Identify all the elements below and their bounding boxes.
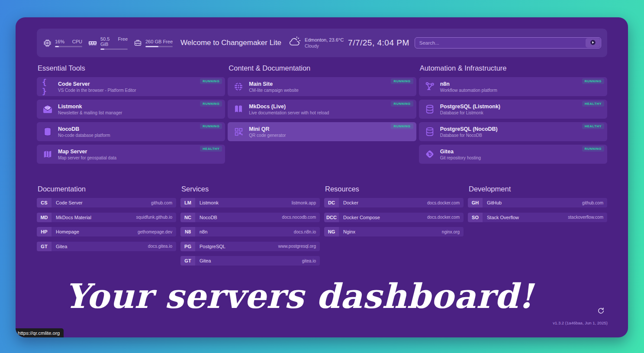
bookmark-group-title: Services [181, 185, 320, 193]
bookmark-label: Gitea [200, 258, 211, 263]
service-description: Map server for geospatial data [58, 155, 116, 160]
bookmark-label: Stack Overflow [487, 215, 519, 220]
bookmark-link[interactable]: NG Nginx nginx.org [324, 227, 464, 236]
weather-location: Edmonton, 23.6°C [305, 37, 344, 42]
bookmark-link[interactable]: DC Docker docs.docker.com [324, 198, 464, 207]
bookmark-url: docs.docker.com [427, 201, 460, 205]
database2-icon [424, 126, 435, 137]
bookmark-label: Homepage [56, 229, 79, 234]
braces-icon: { } [42, 81, 53, 92]
bookmark-link[interactable]: MD MkDocs Material squidfunk.github.io [37, 213, 176, 222]
service-groups: Essential Tools { } Code Server VS Code … [37, 64, 607, 167]
bookmark-label: Listmonk [200, 200, 219, 205]
mail-icon [42, 104, 53, 115]
memory-progress-bar [100, 49, 128, 50]
bookmark-link[interactable]: PG PostgreSQL www.postgresql.org [180, 242, 320, 251]
bookmark-url: github.com [151, 201, 172, 205]
service-card[interactable]: MkDocs (Live) Live documentation server … [228, 100, 416, 119]
bookmark-link[interactable]: HP Homepage gethomepage.dev [37, 227, 176, 236]
datetime-display: 7/7/25, 4:04 PM [348, 38, 409, 48]
disk-progress-bar [145, 46, 173, 47]
service-title: Main Site [249, 81, 299, 87]
disk-icon [133, 39, 142, 48]
service-card[interactable]: n8n Workflow automation platform RUNNING [419, 77, 607, 96]
bookmark-list: DC Docker docs.docker.com DCC Docker Com… [324, 198, 464, 236]
service-title: n8n [440, 81, 497, 87]
bookmark-label: n8n [200, 229, 207, 234]
bookmark-label: Code Server [56, 200, 83, 205]
bookmark-link[interactable]: CS Code Server github.com [37, 198, 176, 207]
service-card[interactable]: PostgreSQL (Listmonk) Database for Listm… [419, 100, 607, 119]
bookmark-link[interactable]: GT Gitea gitea.io [180, 256, 320, 266]
header-bar: 16% CPU 50.5 GiB Free [37, 29, 607, 57]
service-card[interactable]: { } Code Server VS Code in the browser -… [37, 77, 225, 96]
service-description: Database for NocoDB [440, 133, 498, 138]
bookmark-group-title: Documentation [38, 185, 176, 193]
weather-widget: Edmonton, 23.6°C Cloudy [288, 36, 344, 49]
page-title: Welcome to Changemaker Lite [180, 39, 281, 47]
service-card[interactable]: NocoDB No-code database platform RUNNING [37, 122, 225, 141]
bookmark-link[interactable]: DCC Docker Compose docs.docker.com [324, 213, 464, 222]
bookmark-label: Docker [343, 200, 358, 205]
bookmark-abbr: N8 [180, 227, 195, 236]
homepage-dashboard: 16% CPU 50.5 GiB Free [16, 17, 628, 337]
service-card-list: { } Code Server VS Code in the browser -… [37, 77, 225, 164]
service-card[interactable]: Listmonk Newsletter & mailing list manag… [37, 100, 225, 119]
bookmark-link[interactable]: NC NocoDB docs.nocodb.com [180, 213, 320, 222]
bookmark-link[interactable]: LM Listmonk listmonk.app [180, 198, 320, 207]
bookmark-url: docs.n8n.io [294, 230, 316, 234]
cpu-label: CPU [72, 39, 82, 44]
status-badge: RUNNING [200, 101, 222, 107]
disk-widget: 260 GB Free [133, 39, 173, 48]
bookmark-abbr: CS [37, 198, 52, 207]
service-title: Gitea [440, 149, 481, 155]
system-stats: 16% CPU 50.5 GiB Free [43, 36, 173, 50]
status-badge: RUNNING [200, 123, 222, 129]
map-icon [42, 149, 53, 160]
bookmark-label: NocoDB [200, 215, 217, 220]
disk-label: Free [163, 39, 173, 44]
search-provider-button[interactable] [586, 38, 600, 48]
bookmark-group-title: Development [469, 185, 607, 193]
hero-banner-text: Your servers dashboard! [16, 276, 628, 316]
service-card[interactable]: Map Server Map server for geospatial dat… [37, 145, 225, 164]
bookmark-url: gethomepage.dev [138, 230, 172, 234]
bookmark-group: Development GH GitHub github.com SO Stac… [468, 185, 607, 227]
status-badge: RUNNING [582, 78, 604, 84]
memory-widget: 50.5 GiB Free [88, 36, 128, 50]
book-icon [233, 104, 244, 115]
bookmark-abbr: LM [180, 198, 195, 207]
search-provider-icon [590, 39, 596, 47]
bookmark-link[interactable]: GT Gitea docs.gitea.io [37, 242, 176, 251]
bookmark-abbr: SO [468, 213, 483, 222]
service-description: QR code generator [249, 133, 286, 138]
search-input[interactable] [415, 37, 601, 49]
cpu-widget: 16% CPU [43, 39, 82, 48]
bookmark-abbr: HP [37, 227, 52, 236]
service-title: Listmonk [58, 104, 122, 110]
service-title: PostgreSQL (Listmonk) [440, 104, 500, 110]
bookmark-url: gitea.io [302, 259, 316, 263]
service-title: MkDocs (Live) [249, 104, 329, 110]
service-card[interactable]: Gitea Git repository hosting RUNNING [419, 145, 607, 164]
bookmark-label: GitHub [487, 200, 502, 205]
bookmark-group: Documentation CS Code Server github.com … [37, 185, 176, 256]
bookmark-link[interactable]: GH GitHub github.com [468, 198, 607, 207]
service-group: Automation & Infrastructure n8n Workflow… [419, 64, 607, 167]
service-card[interactable]: Mini QR QR code generator RUNNING [228, 122, 416, 141]
bookmark-label: Gitea [56, 244, 67, 249]
bookmark-link[interactable]: N8 n8n docs.n8n.io [180, 227, 320, 236]
bookmark-abbr: PG [180, 242, 195, 251]
refresh-button[interactable] [597, 307, 605, 316]
service-description: Live documentation server with hot reloa… [249, 110, 329, 115]
memory-label: Free [118, 36, 128, 47]
version-label: v1.3.2 (1a46baa, Jun 1, 2025) [553, 321, 608, 325]
bookmark-url: docs.docker.com [427, 215, 460, 220]
service-group-title: Automation & Infrastructure [420, 64, 607, 72]
bookmark-link[interactable]: SO Stack Overflow stackoverflow.com [468, 213, 607, 222]
bookmark-url: nginx.org [442, 230, 460, 234]
service-card[interactable]: Main Site CM-lite campaign website RUNNI… [228, 77, 416, 96]
globe-icon [233, 81, 244, 92]
service-card[interactable]: PostgreSQL (NocoDB) Database for NocoDB … [419, 122, 607, 141]
bookmark-label: PostgreSQL [200, 244, 225, 249]
